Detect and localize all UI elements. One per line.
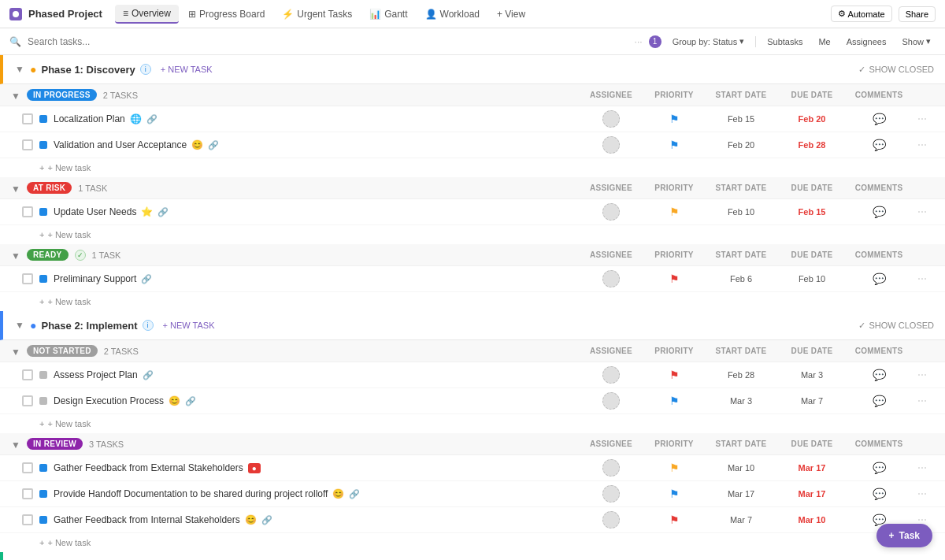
- task-link-icon[interactable]: 🔗: [349, 489, 360, 499]
- status-toggle-ns[interactable]: ▼: [11, 347, 20, 356]
- group-by-filter[interactable]: Group by: Status ▾: [668, 35, 750, 48]
- status-toggle-ready[interactable]: ▼: [11, 250, 20, 260]
- phase-2-add-task[interactable]: + NEW TASK: [158, 319, 220, 332]
- task-actions[interactable]: ⋯: [910, 488, 934, 499]
- task-link-icon[interactable]: 🔗: [146, 114, 158, 124]
- task-actions[interactable]: ⋯: [910, 369, 934, 380]
- task-actions[interactable]: ⋯: [910, 395, 934, 406]
- tab-gantt[interactable]: 📊 Gantt: [361, 6, 415, 23]
- task-priority[interactable]: ⚑: [643, 273, 706, 285]
- phase-1-info[interactable]: i: [140, 64, 151, 75]
- assignees-filter[interactable]: Assignees: [842, 35, 891, 48]
- task-link-icon[interactable]: 🔗: [261, 515, 272, 525]
- phase-1-show-closed[interactable]: ✓ SHOW CLOSED: [858, 65, 934, 75]
- task-priority[interactable]: ⚑: [643, 113, 706, 125]
- tab-overview[interactable]: ≡ Overview: [115, 5, 179, 24]
- task-priority[interactable]: ⚑: [643, 462, 706, 474]
- task-comments[interactable]: 💬: [847, 462, 910, 474]
- task-more-icon[interactable]: ⋯: [917, 273, 927, 284]
- automate-button[interactable]: ⚙ Automate: [831, 6, 892, 22]
- show-filter[interactable]: Show ▾: [897, 35, 936, 48]
- avatar[interactable]: [602, 136, 620, 154]
- task-more-icon[interactable]: ⋯: [917, 462, 927, 473]
- subtasks-filter[interactable]: Subtasks: [762, 35, 807, 48]
- phase-2-toggle[interactable]: ▼: [14, 320, 25, 331]
- task-more-icon[interactable]: ⋯: [917, 139, 927, 150]
- task-priority[interactable]: ⚑: [643, 369, 706, 381]
- phase-1-add-task[interactable]: + NEW TASK: [156, 63, 217, 76]
- task-name[interactable]: Assess Project Plan 🔗: [54, 369, 580, 380]
- task-actions[interactable]: ⋯: [910, 206, 934, 217]
- task-actions[interactable]: ⋯: [910, 139, 934, 150]
- me-filter[interactable]: Me: [813, 35, 835, 48]
- task-name[interactable]: Design Execution Process 😊 🔗: [54, 395, 580, 406]
- add-task-at-risk[interactable]: + + New task: [0, 225, 945, 244]
- task-name[interactable]: Localization Plan 🌐 🔗: [54, 113, 580, 124]
- avatar[interactable]: [602, 203, 620, 221]
- phase-2-info[interactable]: i: [143, 320, 154, 331]
- task-more-icon[interactable]: ⋯: [917, 113, 927, 124]
- avatar[interactable]: [602, 392, 620, 410]
- task-comments[interactable]: 💬: [847, 369, 910, 381]
- task-link-icon[interactable]: 🔗: [141, 274, 152, 284]
- task-comments[interactable]: 💬: [847, 273, 910, 285]
- task-comments[interactable]: 💬: [847, 113, 910, 125]
- task-link-icon[interactable]: 🔗: [208, 140, 219, 150]
- task-name[interactable]: Preliminary Support 🔗: [54, 273, 580, 284]
- ready-info-dot[interactable]: ✓: [75, 250, 86, 261]
- task-name[interactable]: Gather Feedback from External Stakeholde…: [54, 462, 580, 473]
- task-comments[interactable]: 💬: [847, 395, 910, 407]
- tab-progress-board[interactable]: ⊞ Progress Board: [180, 6, 272, 23]
- status-toggle-ir[interactable]: ▼: [11, 439, 20, 449]
- task-link-icon[interactable]: 🔗: [158, 207, 169, 217]
- task-checkbox[interactable]: [22, 139, 33, 150]
- task-link-icon[interactable]: 🔗: [185, 396, 196, 406]
- avatar[interactable]: [602, 270, 620, 287]
- add-task-in-progress-1[interactable]: + + New task: [0, 158, 945, 177]
- task-checkbox[interactable]: [22, 514, 33, 525]
- task-more-icon[interactable]: ⋯: [917, 488, 927, 499]
- task-checkbox[interactable]: [22, 113, 33, 124]
- task-name[interactable]: Validation and User Acceptance 😊 🔗: [54, 139, 580, 150]
- task-actions[interactable]: ⋯: [910, 113, 934, 124]
- avatar[interactable]: [602, 366, 620, 384]
- avatar[interactable]: [602, 485, 620, 503]
- task-comments[interactable]: 💬: [847, 488, 910, 500]
- avatar[interactable]: [602, 459, 620, 477]
- tab-add-view[interactable]: + View: [489, 6, 533, 23]
- task-more-icon[interactable]: ⋯: [917, 206, 927, 217]
- add-task-ready[interactable]: + + New task: [0, 292, 945, 311]
- status-toggle-1[interactable]: ▼: [11, 91, 20, 100]
- task-actions[interactable]: ⋯: [910, 273, 934, 284]
- share-button[interactable]: Share: [899, 6, 936, 22]
- task-checkbox[interactable]: [22, 462, 33, 473]
- task-checkbox[interactable]: [22, 273, 33, 284]
- more-options-icon[interactable]: ···: [635, 36, 643, 47]
- task-link-icon[interactable]: 🔗: [143, 370, 154, 380]
- task-name[interactable]: Provide Handoff Documentation to be shar…: [54, 488, 580, 499]
- task-checkbox[interactable]: [22, 369, 33, 380]
- tab-workload[interactable]: 👤 Workload: [417, 6, 487, 23]
- task-more-icon[interactable]: ⋯: [917, 369, 927, 380]
- add-task-ns-2[interactable]: + + New task: [0, 414, 945, 433]
- task-checkbox[interactable]: [22, 206, 33, 217]
- task-actions[interactable]: ⋯: [910, 462, 934, 473]
- search-input[interactable]: [28, 36, 628, 47]
- task-comments[interactable]: 💬: [847, 139, 910, 151]
- tab-urgent-tasks[interactable]: ⚡ Urgent Tasks: [274, 6, 360, 23]
- task-more-icon[interactable]: ⋯: [917, 395, 927, 406]
- phase-1-toggle[interactable]: ▼: [14, 64, 25, 75]
- task-priority[interactable]: ⚑: [643, 395, 706, 407]
- task-priority[interactable]: ⚑: [643, 514, 706, 526]
- fab-add-task[interactable]: + Task: [876, 524, 932, 547]
- status-toggle-at-risk[interactable]: ▼: [11, 184, 20, 193]
- phase-2-show-closed[interactable]: ✓ SHOW CLOSED: [858, 321, 934, 331]
- task-checkbox[interactable]: [22, 395, 33, 406]
- task-priority[interactable]: ⚑: [643, 139, 706, 151]
- task-name[interactable]: Gather Feedback from Internal Stakeholde…: [54, 514, 580, 525]
- task-name[interactable]: Update User Needs ⭐ 🔗: [54, 206, 580, 217]
- avatar[interactable]: [602, 110, 620, 128]
- task-priority[interactable]: ⚑: [643, 488, 706, 500]
- task-comments[interactable]: 💬: [847, 206, 910, 218]
- avatar[interactable]: [602, 511, 620, 528]
